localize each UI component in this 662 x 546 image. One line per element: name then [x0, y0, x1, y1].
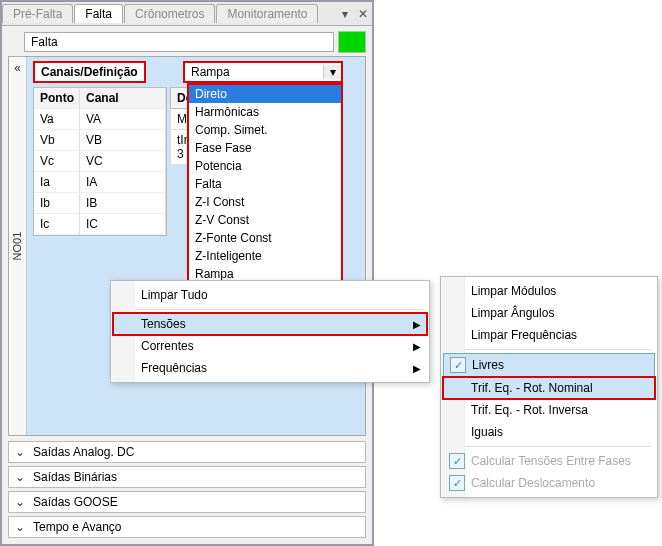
context-menu-main[interactable]: Limpar Tudo Tensões▶ Correntes▶ Frequênc… [110, 280, 430, 383]
menu-separator [117, 309, 423, 310]
menu-separator [447, 349, 651, 350]
table-row[interactable]: VcVC [34, 151, 166, 172]
menu-frequencias[interactable]: Frequências▶ [113, 357, 427, 379]
submenu-iguais[interactable]: Iguais [443, 421, 655, 443]
chevron-down-icon: ⌄ [15, 520, 25, 534]
menu-separator [447, 446, 651, 447]
menu-label: Limpar Frequências [471, 328, 577, 342]
combo-selected-text: Rampa [185, 63, 323, 81]
cell-canal: VC [80, 151, 166, 172]
tab-pre-falta[interactable]: Pré-Falta [2, 4, 73, 23]
definicao-dropdown-list[interactable]: Direto Harmônicas Comp. Simet. Fase Fase… [187, 83, 343, 285]
submenu-arrow-icon: ▶ [413, 341, 421, 352]
dropdown-option[interactable]: Potencia [189, 157, 341, 175]
table-header-row: Ponto Canal [34, 88, 166, 109]
title-bar: Falta [24, 30, 366, 54]
menu-label: Trif. Eq. - Rot. Inversa [471, 403, 588, 417]
cell-ponto: Ib [34, 193, 80, 214]
acc-label: Saídas Analog. DC [33, 445, 134, 459]
submenu-livres[interactable]: ✓Livres [443, 353, 655, 377]
table-row[interactable]: IcIC [34, 214, 166, 235]
chevron-down-icon: ⌄ [15, 470, 25, 484]
tab-overflow-arrow-icon[interactable]: ▾ [336, 7, 354, 21]
table-row[interactable]: IbIB [34, 193, 166, 214]
definicao-combo[interactable]: Rampa ▾ [183, 61, 343, 83]
collapse-chevron-icon[interactable]: « [9, 57, 26, 75]
submenu-trif-nominal[interactable]: Trif. Eq. - Rot. Nominal [443, 377, 655, 399]
cell-canal: IA [80, 172, 166, 193]
acc-label: Saídas GOOSE [33, 495, 118, 509]
dropdown-option[interactable]: Z-V Const [189, 211, 341, 229]
col-header-canal: Canal [80, 88, 166, 109]
submenu-arrow-icon: ▶ [413, 319, 421, 330]
status-indicator [338, 31, 366, 53]
check-icon: ✓ [450, 357, 466, 373]
table-row[interactable]: VbVB [34, 130, 166, 151]
menu-tensoes[interactable]: Tensões▶ [113, 313, 427, 335]
dropdown-option[interactable]: Z-Inteligente [189, 247, 341, 265]
submenu-calc-tensoes: ✓Calcular Tensões Entre Fases [443, 450, 655, 472]
menu-label: Limpar Tudo [141, 288, 208, 302]
canais-table: Ponto Canal VaVA VbVB VcVC IaIA IbIB IcI… [33, 87, 167, 236]
menu-correntes[interactable]: Correntes▶ [113, 335, 427, 357]
tab-close-icon[interactable]: ✕ [354, 7, 372, 21]
submenu-limpar-angulos[interactable]: Limpar Ângulos [443, 302, 655, 324]
context-menu-tensoes[interactable]: Limpar Módulos Limpar Ângulos Limpar Fre… [440, 276, 658, 498]
cell-ponto: Ia [34, 172, 80, 193]
submenu-limpar-modulos[interactable]: Limpar Módulos [443, 280, 655, 302]
acc-tempo-avanco[interactable]: ⌄Tempo e Avanço [8, 516, 366, 538]
tab-falta[interactable]: Falta [74, 4, 123, 23]
menu-label: Tensões [141, 317, 186, 331]
tab-bar: Pré-Falta Falta Crônometros Monitorament… [2, 2, 372, 26]
submenu-arrow-icon: ▶ [413, 363, 421, 374]
dropdown-option[interactable]: Fase Fase [189, 139, 341, 157]
menu-label: Correntes [141, 339, 194, 353]
table-row[interactable]: IaIA [34, 172, 166, 193]
section-header-canais: Canais/Definição [33, 61, 146, 83]
vertical-label: NO01 [11, 232, 23, 261]
submenu-limpar-frequencias[interactable]: Limpar Frequências [443, 324, 655, 346]
dropdown-option-direto[interactable]: Direto [189, 85, 341, 103]
check-icon: ✓ [449, 453, 465, 469]
acc-saidas-binarias[interactable]: ⌄Saídas Binárias [8, 466, 366, 488]
dropdown-option[interactable]: Harmônicas [189, 103, 341, 121]
main-panel: Pré-Falta Falta Crônometros Monitorament… [0, 0, 374, 546]
submenu-calc-desloc: ✓Calcular Deslocamento [443, 472, 655, 494]
menu-label: Frequências [141, 361, 207, 375]
cell-ponto: Vb [34, 130, 80, 151]
menu-label: Livres [472, 358, 504, 372]
dropdown-option[interactable]: Comp. Simet. [189, 121, 341, 139]
cell-canal: IC [80, 214, 166, 235]
acc-saidas-analog[interactable]: ⌄Saídas Analog. DC [8, 441, 366, 463]
dropdown-option[interactable]: Z-I Const [189, 193, 341, 211]
menu-label: Calcular Tensões Entre Fases [471, 454, 631, 468]
dropdown-option[interactable]: Falta [189, 175, 341, 193]
cell-canal: VA [80, 109, 166, 130]
cell-canal: VB [80, 130, 166, 151]
vertical-bar: « NO01 [9, 57, 27, 435]
chevron-down-icon: ⌄ [15, 445, 25, 459]
combo-arrow-icon[interactable]: ▾ [323, 65, 341, 79]
check-icon: ✓ [449, 475, 465, 491]
tab-monitoramento[interactable]: Monitoramento [216, 4, 318, 23]
menu-label: Limpar Ângulos [471, 306, 554, 320]
cell-ponto: Vc [34, 151, 80, 172]
menu-limpar-tudo[interactable]: Limpar Tudo [113, 284, 427, 306]
title-text: Falta [24, 32, 334, 52]
menu-label: Calcular Deslocamento [471, 476, 595, 490]
chevron-down-icon: ⌄ [15, 495, 25, 509]
menu-label: Limpar Módulos [471, 284, 556, 298]
acc-label: Tempo e Avanço [33, 520, 122, 534]
cell-ponto: Va [34, 109, 80, 130]
cell-canal: IB [80, 193, 166, 214]
menu-label: Trif. Eq. - Rot. Nominal [471, 381, 593, 395]
table-row[interactable]: VaVA [34, 109, 166, 130]
tab-cronometros[interactable]: Crônometros [124, 4, 215, 23]
col-header-ponto: Ponto [34, 88, 80, 109]
accordion-section: ⌄Saídas Analog. DC ⌄Saídas Binárias ⌄Saí… [8, 438, 366, 538]
menu-label: Iguais [471, 425, 503, 439]
acc-saidas-goose[interactable]: ⌄Saídas GOOSE [8, 491, 366, 513]
dropdown-option[interactable]: Z-Fonte Const [189, 229, 341, 247]
acc-label: Saídas Binárias [33, 470, 117, 484]
submenu-trif-inversa[interactable]: Trif. Eq. - Rot. Inversa [443, 399, 655, 421]
